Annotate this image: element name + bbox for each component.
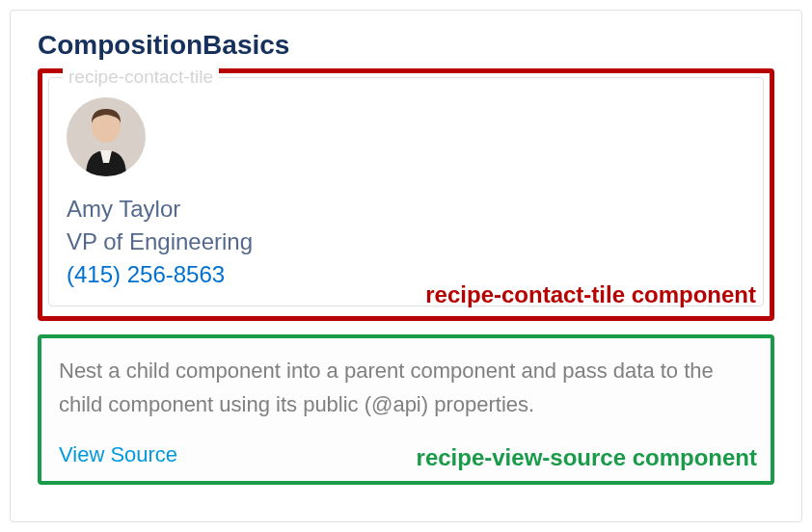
card-title: CompositionBasics [11,30,801,68]
view-source-annotation-box: Nest a child component into a parent com… [38,334,774,485]
contact-phone-link[interactable]: (415) 256-8563 [67,261,225,287]
recipe-description: Nest a child component into a parent com… [59,354,753,421]
green-annotation-label: recipe-view-source component [417,444,757,471]
contact-avatar [67,97,146,176]
view-source-link[interactable]: View Source [59,442,177,466]
avatar-image [67,97,146,176]
fieldset-legend: recipe-contact-tile [63,66,219,88]
recipe-contact-tile: recipe-contact-tile Amy Taylor VP of Eng… [48,77,764,306]
contact-tile-annotation-box: recipe-contact-tile Amy Taylor VP of Eng… [38,68,774,321]
contact-name: Amy Taylor [67,196,745,223]
contact-job-title: VP of Engineering [67,228,745,255]
composition-basics-card: CompositionBasics recipe-contact-tile Am… [10,10,802,522]
red-annotation-label: recipe-contact-tile component [425,281,756,308]
